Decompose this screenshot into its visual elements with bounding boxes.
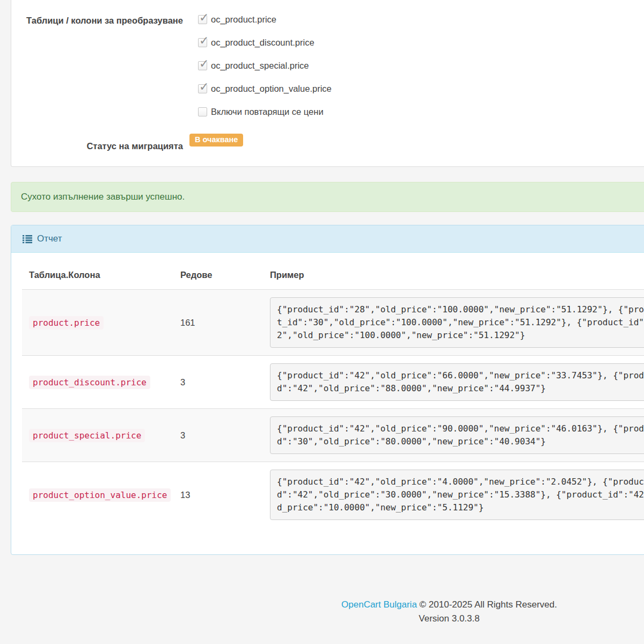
checkbox-label: oc_product_special.price [211,60,309,71]
tables-checkbox-list: oc_product.price oc_product_discount.pri… [198,14,332,118]
opencart-bulgaria-link[interactable]: OpenCart Bulgaria [341,599,417,610]
checkbox-icon[interactable] [198,15,207,24]
success-alert: Сухото изпълнение завърши успешно. [11,182,644,212]
report-table-row: product_option_value.price 13 {"product_… [22,462,644,528]
checkbox-label: Включи повтарящи се цени [211,106,324,118]
row-count: 3 [180,356,270,409]
checkbox-icon[interactable] [198,84,207,93]
checkbox-label: oc_product_option_value.price [211,83,332,94]
report-table-row: product_special.price 3 {"product_id":"4… [22,409,644,462]
column-header-sample: Пример [270,264,644,290]
report-table-row: product.price 161 {"product_id":"28","ol… [22,290,644,356]
sample-code-block: {"product_id":"28","old_price":"100.0000… [270,297,644,348]
footer: OpenCart Bulgaria © 2010-2025 All Rights… [11,598,644,626]
migration-status-label: Статус на миграцията [11,134,183,153]
sample-code-block: {"product_id":"42","old_price":"4.0000",… [270,470,644,520]
checkbox-icon[interactable] [198,61,207,70]
copyright-text: © 2010-2025 All Rights Reserved. [420,599,557,610]
report-table-header-row: Таблица.Колона Редове Пример [22,264,644,290]
table-column-code: product_discount.price [29,376,150,389]
report-table-row: product_discount.price 3 {"product_id":"… [22,356,644,409]
column-header-table-column: Таблица.Колона [22,264,180,290]
checkbox-label: oc_product_discount.price [211,37,314,48]
report-table: Таблица.Колона Редове Пример product.pri… [22,264,644,528]
migration-form-panel: Таблици / колони за преобразуване oc_pro… [11,0,644,167]
table-checkbox-item[interactable]: oc_product.price [198,14,332,25]
table-column-code: product.price [29,316,104,330]
tables-columns-label: Таблици / колони за преобразуване [11,14,183,118]
status-badge: В очакване [189,134,243,147]
migration-status-group: Статус на миграцията В очакване [11,134,644,153]
footer-copyright-line: OpenCart Bulgaria © 2010-2025 All Rights… [11,598,644,612]
table-checkbox-item[interactable]: oc_product_option_value.price [198,83,332,94]
sample-code-block: {"product_id":"42","old_price":"66.0000"… [270,363,644,401]
footer-version: Version 3.0.3.8 [11,612,644,626]
success-alert-text: Сухото изпълнение завърши успешно. [21,192,185,202]
row-count: 3 [180,409,270,462]
row-count: 161 [180,290,270,356]
table-checkbox-item[interactable]: oc_product_discount.price [198,37,332,48]
report-panel-heading: Отчет [11,225,644,253]
sample-code-block: {"product_id":"42","old_price":"90.0000"… [270,416,644,454]
tables-columns-group: Таблици / колони за преобразуване oc_pro… [11,14,644,118]
table-checkbox-item[interactable]: oc_product_special.price [198,60,332,71]
checkbox-icon[interactable] [198,38,207,47]
list-icon [23,235,32,244]
checkbox-label: oc_product.price [211,14,276,25]
table-column-code: product_option_value.price [29,488,171,502]
table-checkbox-item[interactable]: Включи повтарящи се цени [198,106,332,118]
checkbox-icon[interactable] [198,107,207,116]
row-count: 13 [180,462,270,528]
table-column-code: product_special.price [29,429,145,442]
report-panel-title: Отчет [37,233,62,244]
column-header-rows: Редове [180,264,270,290]
page-content: Таблици / колони за преобразуване oc_pro… [11,0,644,626]
report-panel: Отчет Таблица.Колона Редове Пример produ… [11,225,644,555]
